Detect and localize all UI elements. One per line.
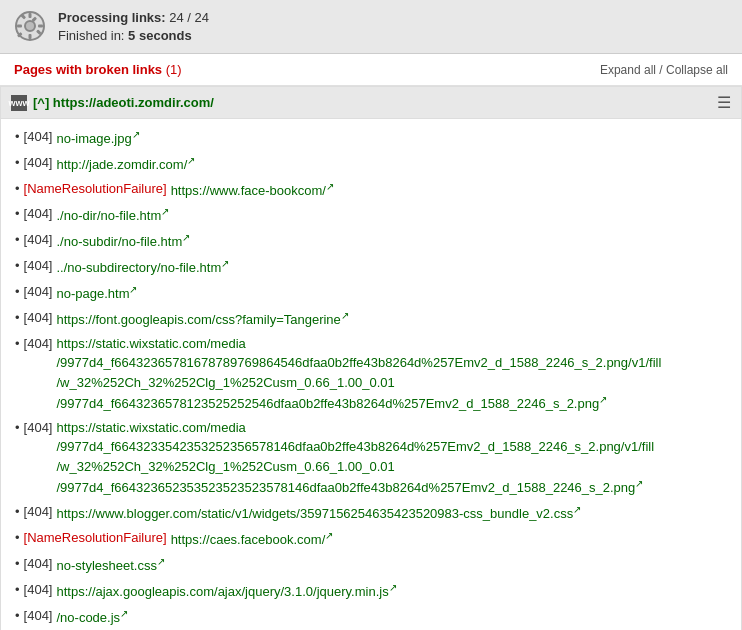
list-item: • [404] no-image.jpg↗ <box>15 125 727 151</box>
link-url[interactable]: ./no-dir/no-file.htm↗ <box>56 204 169 226</box>
list-item: • [404] no-stylesheet.css↗ <box>15 552 727 578</box>
expand-collapse-button[interactable]: Expand all / Collapse all <box>600 63 728 77</box>
list-item: • [404] https://font.googleapis.com/css?… <box>15 306 727 332</box>
top-bar-text: Processing links: 24 / 24 Finished in: 5… <box>58 10 209 43</box>
link-url[interactable]: /no-code.js↗ <box>56 606 128 628</box>
finished-value: 5 seconds <box>128 28 192 43</box>
top-bar: Processing links: 24 / 24 Finished in: 5… <box>0 0 742 54</box>
link-url[interactable]: no-stylesheet.css↗ <box>56 554 164 576</box>
list-item: • [404] https://static.wixstatic.com/med… <box>15 416 727 500</box>
list-item: • [404] ./no-subdir/no-file.htm↗ <box>15 228 727 254</box>
processing-count: 24 / 24 <box>169 10 209 25</box>
section-header: www [^] https://adeoti.zomdir.com/ ☰ <box>1 87 741 119</box>
svg-rect-5 <box>38 25 43 28</box>
processing-line: Processing links: 24 / 24 <box>58 10 209 25</box>
svg-rect-4 <box>17 25 22 28</box>
link-url[interactable]: no-page.htm↗ <box>56 282 137 304</box>
list-item: • [NameResolutionFailure] https://caes.f… <box>15 526 727 552</box>
pages-header: Pages with broken links (1) Expand all /… <box>0 54 742 86</box>
link-url[interactable]: no-image.jpg↗ <box>56 127 139 149</box>
section-title: [^] https://adeoti.zomdir.com/ <box>33 95 214 110</box>
list-item: • [404] no-page.htm↗ <box>15 280 727 306</box>
link-url[interactable]: https://ajax.googleapis.com/ajax/jquery/… <box>56 580 396 602</box>
link-url[interactable]: https://font.googleapis.com/css?family=T… <box>56 308 348 330</box>
link-url[interactable]: https://www.blogger.com/static/v1/widget… <box>56 502 581 524</box>
site-icon: www <box>11 95 27 111</box>
links-list: • [404] no-image.jpg↗ • [404] http://jad… <box>1 119 741 630</box>
pages-count: (1) <box>166 62 182 77</box>
svg-point-1 <box>25 21 35 31</box>
link-url[interactable]: http://jade.zomdir.com/↗ <box>56 153 195 175</box>
link-url[interactable]: https://www.face-bookcom/↗ <box>171 179 334 201</box>
svg-rect-2 <box>29 13 32 18</box>
link-url[interactable]: https://caes.facebook.com/↗ <box>171 528 334 550</box>
hamburger-icon[interactable]: ☰ <box>717 93 731 112</box>
list-item: • [404] ./no-dir/no-file.htm↗ <box>15 202 727 228</box>
list-item: • [404] https://static.wixstatic.com/med… <box>15 332 727 416</box>
list-item: • [404] /no-code.js↗ <box>15 604 727 630</box>
main-content: Pages with broken links (1) Expand all /… <box>0 54 742 630</box>
pages-title-group: Pages with broken links (1) <box>14 62 182 77</box>
link-url[interactable]: https://static.wixstatic.com/media/9977d… <box>56 418 654 498</box>
processing-label: Processing links: <box>58 10 166 25</box>
broken-links-section: www [^] https://adeoti.zomdir.com/ ☰ • [… <box>0 86 742 630</box>
svg-rect-3 <box>29 34 32 39</box>
list-item: • [404] ../no-subdirectory/no-file.htm↗ <box>15 254 727 280</box>
gear-icon <box>14 10 46 42</box>
finished-label: Finished in: <box>58 28 124 43</box>
list-item: • [NameResolutionFailure] https://www.fa… <box>15 177 727 203</box>
link-url[interactable]: https://static.wixstatic.com/media/9977d… <box>56 334 661 414</box>
pages-title: Pages with broken links (1) <box>14 62 182 77</box>
list-item: • [404] http://jade.zomdir.com/↗ <box>15 151 727 177</box>
section-header-left: www [^] https://adeoti.zomdir.com/ <box>11 95 214 111</box>
link-url[interactable]: ./no-subdir/no-file.htm↗ <box>56 230 190 252</box>
list-item: • [404] https://www.blogger.com/static/v… <box>15 500 727 526</box>
list-item: • [404] https://ajax.googleapis.com/ajax… <box>15 578 727 604</box>
link-url[interactable]: ../no-subdirectory/no-file.htm↗ <box>56 256 229 278</box>
finished-line: Finished in: 5 seconds <box>58 28 209 43</box>
